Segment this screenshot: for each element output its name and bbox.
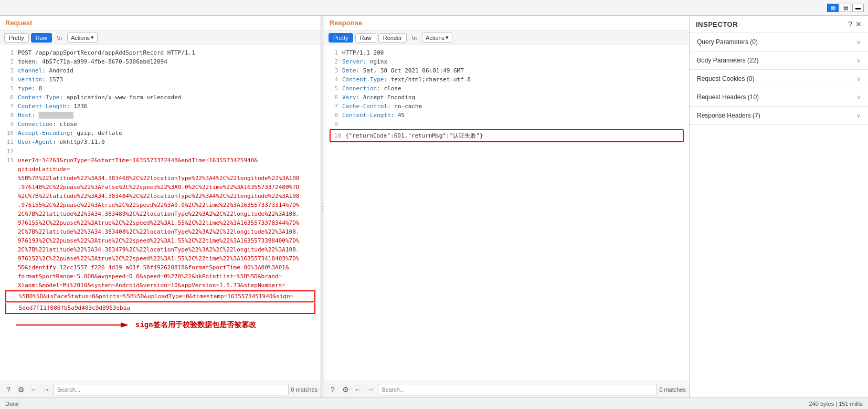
code-line: .976148%2C%22puase%22%3Afalse%2C%22speed… xyxy=(5,183,315,192)
code-line: 5D&identify=12cc1557-f226-4d19-a01f-58f4… xyxy=(5,263,315,272)
status-right: 240 bytes | 151 millis xyxy=(809,401,863,407)
code-line: 1 POST /app/appSportRecord/appAddSportRe… xyxy=(5,48,315,57)
annotation: sign签名用于校验数据包是否被篡改 xyxy=(16,319,315,331)
response-render-btn[interactable]: Render xyxy=(378,33,407,43)
request-toolbar: Pretty Raw \n Actions ▾ xyxy=(0,30,321,45)
response-ln-btn[interactable]: \n xyxy=(409,34,420,42)
layout-icons: ▦ ▤ ▬ xyxy=(827,4,864,12)
code-line: 2 token: 4b57c71a-a999-4fbe-8670-5306abd… xyxy=(5,57,315,66)
code-line: 2 Server: nginx xyxy=(330,57,684,66)
inspector-section-res-headers: Response Headers (7) ∨ xyxy=(690,107,868,125)
code-line: 2C%7B%22latitude%22%3A34.383408%2C%22loc… xyxy=(5,227,315,236)
inspector-row-req-headers[interactable]: Request Headers (10) ∨ xyxy=(690,88,868,106)
inspector-panel: INSPECTOR ? ✕ Query Parameters (0) ∨ Bod… xyxy=(690,16,868,397)
response-panel-title: Response xyxy=(324,16,689,30)
code-line: 976193%2C%22puase%22%3Atrue%2C%22speed%2… xyxy=(5,236,315,245)
inspector-row-body[interactable]: Body Parameters (22) ∨ xyxy=(690,51,868,69)
code-line: 5 Connection: close xyxy=(330,84,684,93)
request-actions-dropdown[interactable]: Actions ▾ xyxy=(67,33,98,43)
request-ln-btn[interactable]: \n xyxy=(54,34,65,42)
chevron-down-icon: ∨ xyxy=(856,39,861,46)
status-bar: Done 240 bytes | 151 millis xyxy=(0,397,868,409)
code-line: 976152%2C%22puase%22%3Atrue%2C%22speed%2… xyxy=(5,254,315,263)
chevron-down-icon: ▾ xyxy=(91,34,94,41)
request-pretty-btn[interactable]: Pretty xyxy=(4,33,29,43)
code-line: 9 xyxy=(330,120,684,129)
request-help-btn[interactable]: ? xyxy=(3,384,14,395)
code-line: 9 Connection: close xyxy=(5,120,315,129)
code-line: 4 version: 1573 xyxy=(5,75,315,84)
request-search-bar: ? ⚙ ← → 0 matches xyxy=(0,381,321,397)
code-line: 3 Date: Sat, 30 Oct 2021 06:01:49 GMT xyxy=(330,66,684,75)
inspector-section-req-headers: Request Headers (10) ∨ xyxy=(690,88,868,107)
chevron-down-icon: ∨ xyxy=(856,57,861,64)
svg-marker-1 xyxy=(121,322,129,328)
inspector-section-cookies: Request Cookies (0) ∨ xyxy=(690,70,868,88)
inspector-row-cookies[interactable]: Request Cookies (0) ∨ xyxy=(690,70,868,88)
inspector-help-btn[interactable]: ? xyxy=(848,20,852,28)
inspector-section-query: Query Parameters (0) ∨ xyxy=(690,33,868,51)
code-line: 2C%7B%22latitude%22%3A34.383489%2C%22loc… xyxy=(5,209,315,218)
inspector-title: INSPECTOR xyxy=(696,20,738,28)
request-next-btn[interactable]: → xyxy=(41,384,51,395)
request-raw-btn[interactable]: Raw xyxy=(31,33,52,43)
code-line-highlighted: %5B0%5D&isFaceStatus=0&points=%5B%5D&upl… xyxy=(5,290,315,302)
inspector-row-query[interactable]: Query Parameters (0) ∨ xyxy=(690,33,868,51)
code-line: .976155%2C%22puase%22%3Atrue%2C%22speed%… xyxy=(5,201,315,209)
response-search-bar: ? ⚙ ← → 0 matches xyxy=(324,381,689,397)
code-line: 11 User-Agent: okhttp/3.11.0 xyxy=(5,138,315,146)
response-highlight-line: 10 {"returnCode":601,"returnMsg":"认证失败"} xyxy=(330,129,684,142)
response-prev-btn[interactable]: ← xyxy=(353,384,363,395)
request-settings-btn[interactable]: ⚙ xyxy=(16,384,26,395)
request-panel: Request Pretty Raw \n Actions ▾ 1 POST /… xyxy=(0,16,321,397)
request-code-area: 1 POST /app/appSportRecord/appAddSportRe… xyxy=(0,45,321,381)
code-line: 976155%2C%22puase%22%3Atrue%2C%22speed%2… xyxy=(5,218,315,227)
response-matches-label: 0 matches xyxy=(659,386,686,393)
response-help-btn[interactable]: ? xyxy=(327,384,338,395)
code-line: 5 type: 0 xyxy=(5,84,315,93)
code-line: %2C%7B%22latitude%22%3A34.383484%2C%22lo… xyxy=(5,192,315,201)
inspector-label-query: Query Parameters (0) xyxy=(697,38,758,46)
code-line: 6 Content-Type: application/x-www-form-u… xyxy=(5,93,315,102)
code-line-highlighted: 5ded7f11f080fb5a9d403c9d0963ebaa xyxy=(5,303,315,314)
code-line: 13 userId=34263&runType=2&startTime=1635… xyxy=(5,156,315,165)
code-line: 2C%7B%22latitude%22%3A34.383479%2C%22loc… xyxy=(5,245,315,254)
chevron-down-icon: ∨ xyxy=(856,112,861,119)
code-line: 7 Content-Length: 1236 xyxy=(5,102,315,111)
response-toolbar: Pretty Raw Render \n Actions ▾ xyxy=(324,30,689,45)
request-search-input[interactable] xyxy=(54,384,289,395)
layout-split-horizontal[interactable]: ▦ xyxy=(827,4,839,12)
code-line: 10 Accept-Encoding: gzip, deflate xyxy=(5,129,315,138)
code-line: formatSportRange=5.000&avgspeed=0.0&spee… xyxy=(5,272,315,281)
response-search-input[interactable] xyxy=(378,384,657,395)
inspector-row-res-headers[interactable]: Response Headers (7) ∨ xyxy=(690,107,868,124)
request-matches-label: 0 matches xyxy=(291,386,317,393)
code-line: 4 Content-Type: text/html;charset=utf-8 xyxy=(330,75,684,84)
response-raw-btn[interactable]: Raw xyxy=(355,33,376,43)
response-pretty-btn[interactable]: Pretty xyxy=(329,33,353,43)
code-line: 7 Cache-Control: no-cache xyxy=(330,102,684,111)
inspector-section-body: Body Parameters (22) ∨ xyxy=(690,51,868,70)
code-line: 8 Content-Length: 45 xyxy=(330,111,684,120)
layout-split-vertical[interactable]: ▤ xyxy=(840,4,851,12)
top-bar: ▦ ▤ ▬ xyxy=(0,0,868,16)
chevron-down-icon: ∨ xyxy=(856,76,861,82)
status-left: Done xyxy=(5,401,19,407)
response-actions-dropdown[interactable]: Actions ▾ xyxy=(422,33,452,43)
layout-single[interactable]: ▬ xyxy=(852,4,864,12)
code-line: 6 Vary: Accept-Encoding xyxy=(330,93,684,102)
code-line: %5B%7B%22latitude%22%3A34.383468%2C%22lo… xyxy=(5,174,315,183)
inspector-header: INSPECTOR ? ✕ xyxy=(690,16,868,33)
inspector-label-body: Body Parameters (22) xyxy=(697,57,758,64)
request-prev-btn[interactable]: ← xyxy=(28,384,39,395)
code-line: gitudeLatitude= xyxy=(5,165,315,174)
chevron-down-icon: ∨ xyxy=(856,94,861,101)
code-line: Xiaomi&model=Mi%2010&system=Android&vers… xyxy=(5,281,315,290)
inspector-close-btn[interactable]: ✕ xyxy=(855,20,862,28)
response-panel: Response Pretty Raw Render \n Actions ▾ … xyxy=(324,16,690,397)
response-next-btn[interactable]: → xyxy=(365,384,376,395)
code-line: 8 Host: ██████████ xyxy=(5,111,315,120)
response-settings-btn[interactable]: ⚙ xyxy=(340,384,351,395)
chevron-down-icon: ▾ xyxy=(446,34,449,41)
response-code-area: 1 HTTP/1.1 200 2 Server: nginx 3 Date: S… xyxy=(324,45,689,381)
